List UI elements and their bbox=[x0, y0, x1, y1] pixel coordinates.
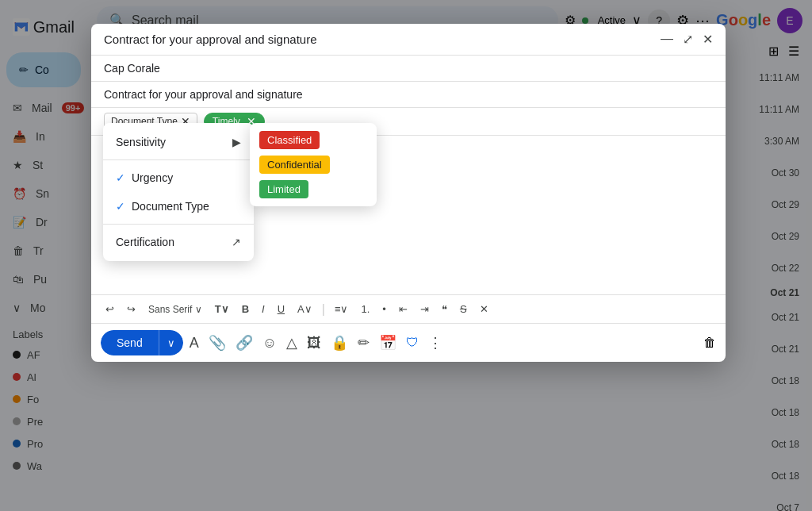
shield-icon[interactable]: 🛡 bbox=[406, 336, 419, 350]
classified-badge: Classified bbox=[259, 131, 320, 149]
bottom-icons: A 📎 🔗 ☺ △ 🖼 🔒 ✏ 📅 🛡 ⋮ bbox=[190, 334, 442, 352]
link-icon[interactable]: 🔗 bbox=[236, 334, 253, 352]
drive-icon[interactable]: △ bbox=[286, 334, 297, 352]
expand-icon[interactable]: ⤢ bbox=[683, 32, 693, 47]
subject-field: Contract for your approval and signature bbox=[91, 82, 726, 108]
send-button-group: Send ∨ bbox=[101, 330, 183, 355]
align-button[interactable]: ≡∨ bbox=[330, 300, 354, 318]
italic-button[interactable]: I bbox=[257, 300, 270, 318]
menu-item-certification[interactable]: Certification ↗ bbox=[103, 228, 254, 256]
photo-icon[interactable]: 🖼 bbox=[307, 335, 321, 352]
check-icon: ✓ bbox=[116, 200, 125, 213]
indent-increase-button[interactable]: ⇥ bbox=[416, 300, 434, 318]
more-options-icon[interactable]: ⋮ bbox=[428, 334, 442, 352]
minimize-icon[interactable]: — bbox=[661, 32, 673, 47]
sensitivity-dropdown-menu: Sensitivity ▶ ✓ Urgency ✓ Document Type … bbox=[103, 123, 254, 261]
check-icon: ✓ bbox=[116, 171, 125, 184]
close-icon[interactable]: ✕ bbox=[703, 32, 713, 47]
emoji-icon[interactable]: ☺ bbox=[262, 335, 277, 352]
subject-value: Contract for your approval and signature bbox=[104, 88, 303, 101]
schedule-icon[interactable]: 📅 bbox=[379, 334, 396, 352]
signature-icon[interactable]: ✏ bbox=[358, 334, 370, 352]
confidential-option[interactable]: Confidential bbox=[259, 156, 367, 174]
font-family-selector[interactable]: Sans Serif ∨ bbox=[144, 301, 207, 318]
certification-label: Certification bbox=[116, 236, 232, 248]
attach-icon[interactable]: 📎 bbox=[209, 334, 226, 352]
sensitivity-label: Sensitivity bbox=[116, 136, 166, 148]
menu-item-document-type[interactable]: ✓ Document Type bbox=[103, 192, 254, 221]
strikethrough-button[interactable]: S bbox=[455, 300, 472, 318]
format-toolbar: ↩ ↪ Sans Serif ∨ T∨ B I U A∨ | ≡∨ 1. • ⇤… bbox=[91, 294, 726, 323]
bold-button[interactable]: B bbox=[237, 300, 254, 318]
sensitivity-submenu: Classified Confidential Limited bbox=[250, 123, 377, 206]
classified-option[interactable]: Classified bbox=[259, 131, 367, 149]
dialog-header: Contract for your approval and signature… bbox=[91, 24, 726, 56]
lock-icon[interactable]: 🔒 bbox=[331, 334, 348, 352]
external-link-icon: ↗ bbox=[232, 236, 241, 248]
font-size-button[interactable]: T∨ bbox=[210, 300, 234, 318]
unordered-list-button[interactable]: • bbox=[377, 300, 391, 318]
limited-badge: Limited bbox=[259, 180, 308, 198]
redo-button[interactable]: ↪ bbox=[122, 300, 140, 318]
undo-button[interactable]: ↩ bbox=[101, 300, 119, 318]
menu-divider bbox=[103, 159, 254, 160]
underline-button[interactable]: U bbox=[273, 300, 289, 318]
format-options-icon[interactable]: A bbox=[190, 335, 199, 352]
document-type-label: Document Type bbox=[132, 200, 241, 213]
clear-format-button[interactable]: ✕ bbox=[475, 300, 493, 318]
to-value: Cap Corale bbox=[104, 62, 160, 75]
divider: | bbox=[320, 302, 327, 317]
menu-divider bbox=[103, 224, 254, 225]
send-dropdown-button[interactable]: ∨ bbox=[159, 330, 183, 355]
font-color-button[interactable]: A∨ bbox=[293, 300, 317, 318]
limited-option[interactable]: Limited bbox=[259, 180, 367, 198]
dialog-header-icons: — ⤢ ✕ bbox=[661, 32, 713, 47]
indent-decrease-button[interactable]: ⇤ bbox=[394, 300, 412, 318]
menu-item-sensitivity[interactable]: Sensitivity ▶ bbox=[103, 128, 254, 156]
to-field: Cap Corale bbox=[91, 56, 726, 82]
menu-item-urgency[interactable]: ✓ Urgency bbox=[103, 163, 254, 192]
quote-button[interactable]: ❝ bbox=[437, 300, 452, 318]
ordered-list-button[interactable]: 1. bbox=[356, 300, 374, 318]
dialog-title: Contract for your approval and signature bbox=[104, 33, 316, 46]
send-button[interactable]: Send bbox=[101, 330, 159, 355]
confidential-badge: Confidential bbox=[259, 156, 330, 174]
delete-draft-icon[interactable]: 🗑 bbox=[703, 336, 716, 350]
bottom-bar: Send ∨ A 📎 🔗 ☺ △ 🖼 🔒 ✏ 📅 🛡 ⋮ 🗑 bbox=[91, 323, 726, 362]
arrow-right-icon: ▶ bbox=[232, 136, 241, 148]
urgency-label: Urgency bbox=[132, 171, 241, 184]
